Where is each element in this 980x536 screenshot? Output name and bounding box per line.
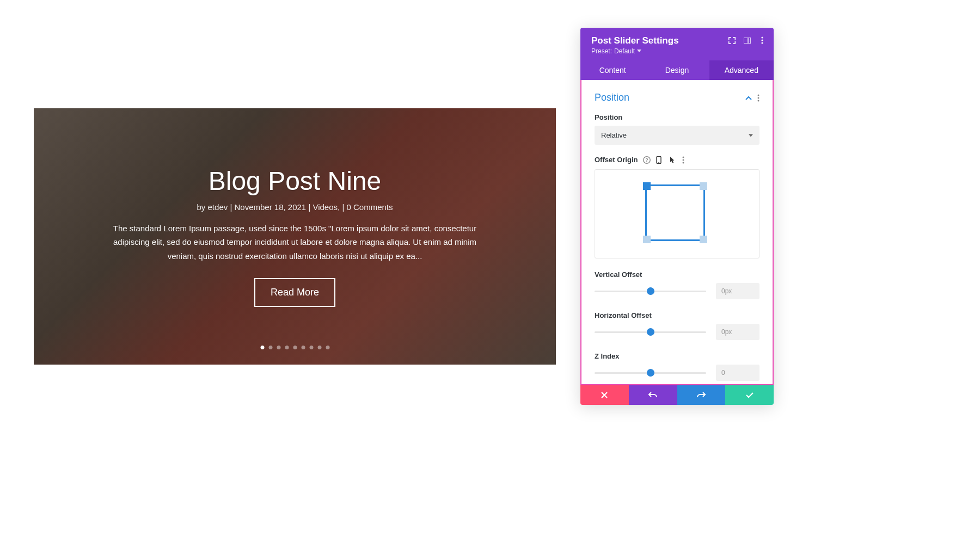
meta-comments-link[interactable]: 0 Comments bbox=[346, 202, 393, 212]
panel-footer bbox=[580, 385, 774, 405]
position-select[interactable]: Relative bbox=[595, 126, 759, 145]
meta-sep: | bbox=[340, 202, 346, 212]
panel-body: Position Position Relative Offset Origin… bbox=[580, 80, 774, 385]
slider-dot[interactable] bbox=[326, 346, 329, 349]
slider-dot[interactable] bbox=[285, 346, 289, 349]
meta-author-link[interactable]: etdev bbox=[208, 202, 228, 212]
svg-text:?: ? bbox=[646, 157, 649, 163]
slider-dots bbox=[260, 346, 329, 349]
section-title: Position bbox=[595, 92, 629, 103]
slider-dot[interactable] bbox=[293, 346, 297, 349]
vertical-offset-input[interactable] bbox=[716, 283, 759, 299]
z-index-row bbox=[595, 365, 759, 381]
panel-tabs: Content Design Advanced bbox=[580, 60, 774, 80]
panel-header: Post Slider Settings Preset: Default bbox=[580, 28, 774, 60]
position-label: Position bbox=[595, 113, 759, 121]
settings-panel: Post Slider Settings Preset: Default Con… bbox=[580, 28, 774, 405]
vertical-offset-row bbox=[595, 283, 759, 299]
offset-origin-picker[interactable] bbox=[595, 169, 759, 258]
preset-value: Default bbox=[614, 47, 635, 55]
slider-thumb[interactable] bbox=[647, 369, 654, 377]
slider-dot[interactable] bbox=[277, 346, 280, 349]
meta-sep: | bbox=[228, 202, 234, 212]
preset-prefix: Preset: bbox=[591, 47, 612, 55]
meta-date: November 18, 2021 bbox=[234, 202, 306, 212]
caret-down-icon bbox=[637, 50, 641, 53]
chevron-up-icon[interactable] bbox=[745, 96, 752, 100]
svg-point-2 bbox=[761, 36, 763, 38]
meta-by: by bbox=[197, 202, 208, 212]
section-header[interactable]: Position bbox=[595, 92, 759, 103]
slider-dot[interactable] bbox=[301, 346, 305, 349]
horizontal-offset-slider[interactable] bbox=[595, 331, 706, 333]
slide-excerpt: The standard Lorem Ipsum passage, used s… bbox=[99, 221, 491, 263]
svg-point-7 bbox=[758, 100, 759, 101]
hover-cursor-icon[interactable] bbox=[669, 156, 677, 164]
svg-point-12 bbox=[683, 156, 684, 158]
origin-handle-bottom-left[interactable] bbox=[643, 236, 651, 243]
position-select-wrap[interactable]: Relative bbox=[595, 126, 759, 145]
origin-handle-top-left[interactable] bbox=[643, 182, 651, 190]
read-more-button[interactable]: Read More bbox=[254, 278, 335, 307]
origin-handle-bottom-right[interactable] bbox=[700, 236, 707, 243]
offset-origin-row: Offset Origin ? bbox=[595, 156, 759, 164]
svg-point-11 bbox=[659, 162, 660, 163]
tab-content[interactable]: Content bbox=[580, 60, 645, 80]
sidebar-layout-icon[interactable] bbox=[743, 36, 751, 44]
field-more-icon[interactable] bbox=[682, 156, 684, 164]
slider-dot[interactable] bbox=[317, 346, 321, 349]
vertical-offset-label: Vertical Offset bbox=[595, 270, 759, 279]
section-more-icon[interactable] bbox=[757, 94, 759, 102]
horizontal-offset-row bbox=[595, 324, 759, 340]
z-index-slider[interactable] bbox=[595, 372, 706, 374]
meta-category-link[interactable]: Videos, bbox=[313, 202, 340, 212]
horizontal-offset-input[interactable] bbox=[716, 324, 759, 340]
slider-dot[interactable] bbox=[309, 346, 313, 349]
z-index-input[interactable] bbox=[716, 365, 759, 381]
cancel-button[interactable] bbox=[580, 385, 629, 405]
svg-rect-0 bbox=[744, 38, 751, 44]
tab-design[interactable]: Design bbox=[645, 60, 709, 80]
slider-thumb[interactable] bbox=[647, 287, 654, 295]
post-slider: Blog Post Nine by etdev | November 18, 2… bbox=[34, 108, 556, 365]
slider-thumb[interactable] bbox=[647, 328, 654, 336]
z-index-label: Z Index bbox=[595, 352, 759, 360]
slider-dot[interactable] bbox=[268, 346, 272, 349]
svg-point-6 bbox=[758, 97, 759, 98]
header-icons bbox=[728, 36, 766, 44]
offset-origin-label: Offset Origin bbox=[595, 156, 638, 164]
svg-point-14 bbox=[683, 162, 684, 163]
redo-button[interactable] bbox=[677, 385, 726, 405]
meta-sep: | bbox=[306, 202, 313, 212]
origin-frame bbox=[645, 184, 705, 241]
slide-meta: by etdev | November 18, 2021 | Videos, |… bbox=[197, 202, 393, 212]
origin-handle-top-right[interactable] bbox=[700, 182, 707, 190]
tab-advanced[interactable]: Advanced bbox=[709, 60, 774, 80]
svg-point-3 bbox=[761, 39, 763, 41]
horizontal-offset-label: Horizontal Offset bbox=[595, 311, 759, 319]
svg-point-4 bbox=[761, 42, 763, 44]
slide-title: Blog Post Nine bbox=[209, 166, 382, 196]
undo-button[interactable] bbox=[629, 385, 677, 405]
help-icon[interactable]: ? bbox=[643, 156, 651, 164]
save-button[interactable] bbox=[725, 385, 774, 405]
preset-dropdown[interactable]: Preset: Default bbox=[591, 47, 763, 55]
svg-point-5 bbox=[758, 94, 759, 96]
mobile-icon[interactable] bbox=[656, 156, 664, 164]
expand-icon[interactable] bbox=[728, 36, 736, 44]
slider-dot[interactable] bbox=[260, 346, 264, 349]
svg-point-13 bbox=[683, 159, 684, 161]
vertical-offset-slider[interactable] bbox=[595, 291, 706, 292]
more-icon[interactable] bbox=[758, 36, 766, 44]
